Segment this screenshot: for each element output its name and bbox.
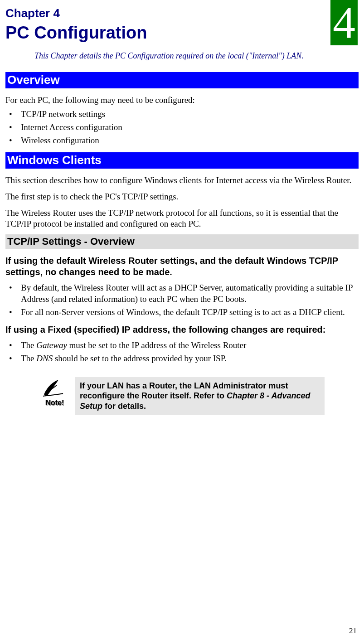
note-block: Note! If your LAN has a Router, the LAN …: [34, 377, 325, 415]
overview-intro: For each PC, the following may need to b…: [5, 95, 359, 106]
list-item: The Gateway must be set to the IP addres…: [5, 340, 359, 351]
note-text: If your LAN has a Router, the LAN Admini…: [75, 377, 325, 415]
sub-heading-defaults: If using the default Wireless Router set…: [5, 255, 359, 278]
emphasis-dns: DNS: [36, 354, 53, 363]
list-item: TCP/IP network settings: [5, 109, 359, 120]
chapter-subtitle: This Chapter details the PC Configuratio…: [34, 51, 325, 61]
chapter-label: Chapter 4: [5, 6, 359, 20]
text: for details.: [102, 402, 146, 411]
list-item: Wireless configuration: [5, 135, 359, 146]
emphasis-gateway: Gateway: [36, 340, 67, 350]
chapter-title: PC Configuration: [5, 23, 359, 43]
note-icon-container: Note!: [34, 377, 75, 407]
sub-heading-tcpip-overview: TCP/IP Settings - Overview: [5, 234, 359, 249]
section-heading-overview: Overview: [5, 72, 359, 88]
windows-clients-p3: The Wireless Router uses the TCP/IP netw…: [5, 208, 359, 229]
tcpip-defaults-list: By default, the Wireless Router will act…: [5, 282, 359, 318]
text: must be set to the IP address of the Wir…: [67, 340, 247, 350]
document-page: 4 Chapter 4 PC Configuration This Chapte…: [0, 0, 364, 640]
list-item: The DNS should be set to the address pro…: [5, 353, 359, 364]
list-item: Internet Access configuration: [5, 122, 359, 133]
text: The: [21, 340, 36, 350]
windows-clients-p2: The first step is to check the PC's TCP/…: [5, 191, 359, 202]
text: should be set to the address provided by…: [53, 354, 227, 363]
text: The: [21, 354, 36, 363]
list-item: For all non-Server versions of Windows, …: [5, 307, 359, 318]
overview-list: TCP/IP network settings Internet Access …: [5, 109, 359, 146]
chapter-number-badge: 4: [330, 0, 358, 45]
windows-clients-p1: This section describes how to configure …: [5, 175, 359, 186]
section-heading-windows-clients: Windows Clients: [5, 152, 359, 169]
tcpip-fixed-list: The Gateway must be set to the IP addres…: [5, 340, 359, 364]
sub-heading-fixed-ip: If using a Fixed (specified) IP address,…: [5, 324, 359, 335]
note-label: Note!: [34, 399, 75, 407]
list-item: By default, the Wireless Router will act…: [5, 282, 359, 305]
handwriting-note-icon: [41, 377, 68, 398]
page-number: 21: [349, 626, 357, 635]
